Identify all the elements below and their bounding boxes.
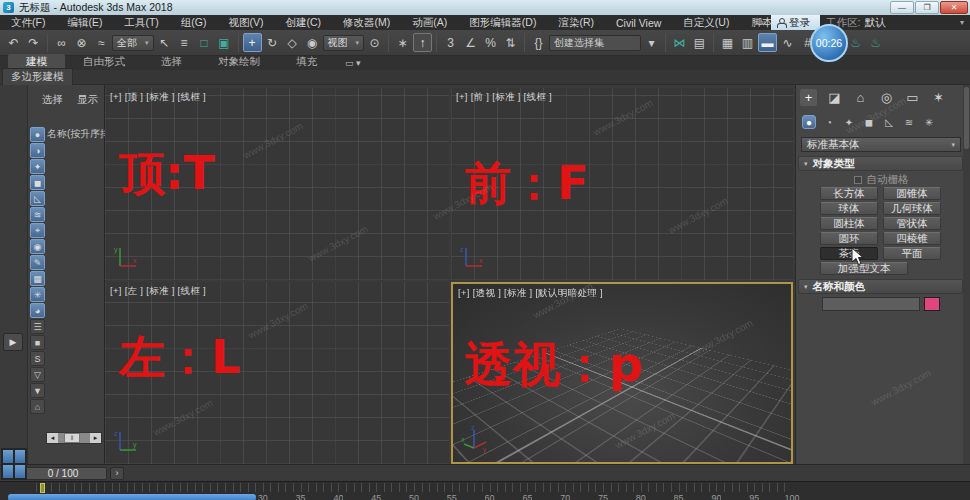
display-materials-icon[interactable]: ✎	[30, 255, 45, 270]
filter-combo-icon[interactable]: ▽	[30, 367, 45, 382]
undo-icon[interactable]: ↶	[4, 33, 23, 52]
object-button-四棱锥[interactable]: 四棱锥	[883, 232, 941, 245]
object-button-圆柱体[interactable]: 圆柱体	[820, 217, 878, 230]
selection-filter-dropdown[interactable]: 全部▾	[112, 35, 154, 51]
display-shapes-icon[interactable]: ◑	[30, 143, 45, 158]
toolbar-overflow-chevron[interactable]: »	[755, 17, 771, 28]
select-and-place-icon[interactable]: ◉	[303, 33, 322, 52]
viewport-top[interactable]: [+] [顶 ] [标准 ] [线框 ] 顶:T y x	[105, 88, 449, 280]
systems-category-icon[interactable]: ✳	[922, 115, 936, 129]
scroll-right-arrow[interactable]: ▸	[90, 433, 101, 443]
redo-icon[interactable]: ↷	[24, 33, 43, 52]
viewport-left[interactable]: [+] [左 ] [标准 ] [线框 ] 左：L z y	[105, 282, 449, 464]
rendered-frame-window-icon[interactable]: ♨	[846, 33, 865, 52]
spinner-snap-icon[interactable]: ⇅	[501, 33, 520, 52]
layer-explorer-icon[interactable]: ▥	[738, 33, 757, 52]
bind-to-space-warp-icon[interactable]: ≈	[92, 33, 111, 52]
ribbon-tab-3[interactable]: 选择	[143, 54, 200, 70]
workspace-selector[interactable]: 工作区: 默认 ▾	[820, 15, 970, 30]
track-bar[interactable]: 0510152025303540455055606570758085909510…	[0, 481, 970, 500]
edit-named-selection-sets-icon[interactable]: {}	[529, 33, 548, 52]
current-frame-marker[interactable]	[40, 483, 45, 493]
container-icon[interactable]: ⌂	[30, 399, 45, 414]
select-and-move-icon[interactable]: +	[243, 33, 262, 52]
helpers-category-icon[interactable]: ◺	[882, 115, 896, 129]
hierarchy-tab-icon[interactable]: ⌂	[852, 89, 869, 106]
scene-explorer-tab-display[interactable]: 显示	[77, 93, 98, 107]
display-visibility-icon[interactable]: ◕	[30, 303, 45, 318]
display-lights-icon[interactable]: ✦	[30, 159, 45, 174]
select-object-icon[interactable]: ↖	[155, 33, 174, 52]
menu-item-3[interactable]: 工具(T)	[113, 16, 169, 30]
display-tab-icon[interactable]: ▭	[904, 89, 921, 106]
keyboard-shortcut-override-icon[interactable]: ↑	[413, 33, 432, 52]
menu-item-7[interactable]: 修改器(M)	[332, 16, 401, 30]
maximize-button[interactable]: ❐	[915, 1, 939, 14]
object-name-field[interactable]	[822, 297, 920, 311]
menu-item-9[interactable]: 图形编辑器(D)	[458, 16, 547, 30]
display-cameras-icon[interactable]: ◼	[30, 175, 45, 190]
sort-list-icon[interactable]: ☰	[30, 319, 45, 334]
object-button-平面[interactable]: 平面	[883, 247, 941, 260]
viewport-layout-icon[interactable]	[1, 448, 27, 480]
menu-item-4[interactable]: 组(G)	[170, 16, 218, 30]
scene-explorer-hscrollbar[interactable]: ◂ ⫴ ▸	[46, 432, 102, 444]
select-and-link-icon[interactable]: ∞	[52, 33, 71, 52]
display-bones-icon[interactable]: ⌖	[30, 223, 45, 238]
sort-s-icon[interactable]: S	[30, 351, 45, 366]
display-groups-icon[interactable]: ▦	[30, 271, 45, 286]
use-pivot-point-center-icon[interactable]: ⊙	[365, 33, 384, 52]
menu-item-10[interactable]: 渲染(R)	[547, 16, 605, 30]
window-crossing-icon[interactable]: ▣	[215, 33, 234, 52]
geometry-category-icon[interactable]: ●	[802, 115, 816, 129]
scene-explorer-column-header[interactable]: 名称(按升序排	[47, 127, 105, 141]
viewport-left-label[interactable]: [+] [左 ] [标准 ] [线框 ]	[110, 285, 206, 298]
scene-explorer-tab-select[interactable]: 选择	[42, 93, 63, 107]
rectangular-selection-region-icon[interactable]: □	[195, 33, 214, 52]
menu-item-11[interactable]: Civil View	[605, 17, 672, 29]
object-color-swatch[interactable]	[924, 297, 940, 311]
sort-box-icon[interactable]: ■	[30, 335, 45, 350]
menu-item-8[interactable]: 动画(A)	[401, 16, 458, 30]
next-frame-button[interactable]: ›	[110, 467, 124, 480]
shapes-category-icon[interactable]: ◔	[822, 115, 836, 129]
align-icon[interactable]: ▤	[690, 33, 709, 52]
menu-item-5[interactable]: 视图(V)	[218, 16, 275, 30]
ribbon-minimize-icon[interactable]: ▭ ▾	[345, 58, 361, 70]
ribbon-tab-5[interactable]: 填充	[278, 54, 335, 70]
menu-item-1[interactable]: 文件(F)	[0, 16, 56, 30]
display-particles-icon[interactable]: ✳	[30, 287, 45, 302]
motion-tab-icon[interactable]: ◎	[878, 89, 895, 106]
ribbon-tab-2[interactable]: 自由形式	[65, 54, 143, 70]
mirror-icon[interactable]: ⋈	[670, 33, 689, 52]
viewport-front[interactable]: [+] [前 ] [标准 ] [线框 ] 前：F z x	[451, 88, 793, 280]
viewport-top-label[interactable]: [+] [顶 ] [标准 ] [线框 ]	[110, 91, 206, 104]
viewport-front-label[interactable]: [+] [前 ] [标准 ] [线框 ]	[456, 91, 552, 104]
cameras-category-icon[interactable]: ◼	[862, 115, 876, 129]
scroll-thumb[interactable]: ⫴	[64, 433, 80, 443]
selection-set-dropdown-arrow[interactable]: ▾	[642, 33, 661, 52]
utilities-tab-icon[interactable]: ✶	[930, 89, 947, 106]
object-button-textplus[interactable]: 加强型文本	[820, 262, 908, 275]
lights-category-icon[interactable]: ✦	[842, 115, 856, 129]
menu-item-6[interactable]: 创建(C)	[275, 16, 333, 30]
object-button-圆锥体[interactable]: 圆锥体	[883, 187, 941, 200]
create-tab-icon[interactable]: +	[800, 89, 817, 106]
reference-coordinate-system-dropdown[interactable]: 视图▾	[323, 35, 365, 51]
command-panel-scrollbar[interactable]	[963, 85, 970, 464]
scene-explorer-toggle-icon[interactable]: ▦	[718, 33, 737, 52]
autogrid-checkbox[interactable]	[854, 176, 862, 184]
object-button-几何球体[interactable]: 几何球体	[883, 202, 941, 215]
primitive-category-dropdown[interactable]: 标准基本体 ▾	[801, 137, 961, 152]
percent-snap-icon[interactable]: %	[481, 33, 500, 52]
named-selection-set-field[interactable]: 创建选择集	[549, 35, 641, 51]
display-helpers-icon[interactable]: ◺	[30, 191, 45, 206]
object-button-长方体[interactable]: 长方体	[820, 187, 878, 200]
current-frame-display[interactable]: 0 / 100	[19, 467, 107, 480]
space-warps-category-icon[interactable]: ≋	[902, 115, 916, 129]
object-button-茶壶[interactable]: 茶壶	[820, 247, 878, 260]
snaps-toggle-3d-icon[interactable]: 3	[441, 33, 460, 52]
select-by-name-icon[interactable]: ≡	[175, 33, 194, 52]
unlink-selection-icon[interactable]: ⊗	[72, 33, 91, 52]
display-space-warps-icon[interactable]: ≋	[30, 207, 45, 222]
